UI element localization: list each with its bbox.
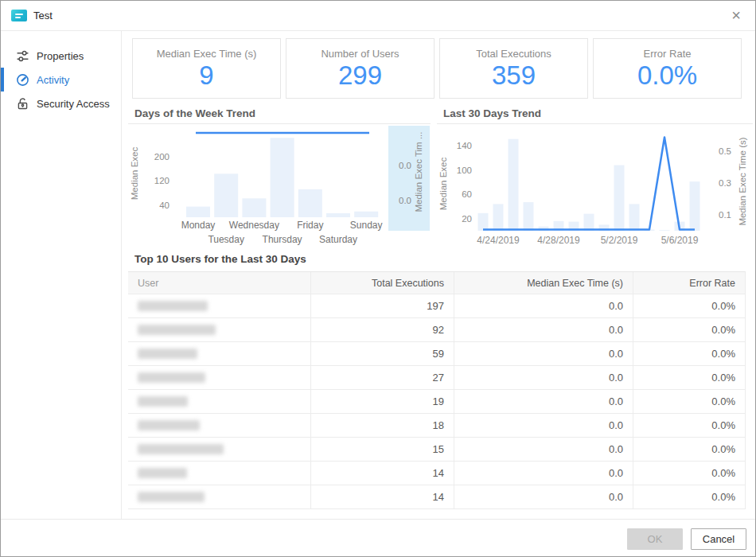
window-title: Test <box>33 10 53 21</box>
median-exec-time-cell: 0.0 <box>454 485 633 508</box>
blurred-username <box>138 492 205 502</box>
svg-text:20: 20 <box>462 214 472 224</box>
column-header: Error Rate <box>633 272 745 294</box>
blurred-username <box>138 325 216 335</box>
close-icon[interactable]: × <box>725 6 747 26</box>
svg-text:Sunday: Sunday <box>350 220 383 231</box>
last-30-days-plot: 2060100140Median Exec4/24/20194/28/20195… <box>437 124 753 251</box>
svg-text:Median Exec Tim ...: Median Exec Tim ... <box>414 132 423 212</box>
median-exec-time-cell: 0.0 <box>454 342 633 365</box>
svg-text:60: 60 <box>462 189 472 199</box>
median-exec-time-cell: 0.0 <box>454 366 633 389</box>
total-executions-cell: 27 <box>311 366 454 389</box>
svg-text:0.0: 0.0 <box>399 196 411 205</box>
svg-text:Thursday: Thursday <box>263 234 302 245</box>
svg-text:140: 140 <box>457 141 472 150</box>
total-executions-cell: 19 <box>311 390 454 413</box>
ok-button[interactable]: OK <box>627 528 683 550</box>
svg-text:Saturday: Saturday <box>319 234 357 245</box>
lock-icon <box>16 97 29 111</box>
svg-text:0.0: 0.0 <box>399 161 411 170</box>
footer-bar: OK Cancel <box>1 519 755 556</box>
days-of-week-chart: Days of the Week Trend 40120200Median Ex… <box>128 107 431 255</box>
error-rate-cell: 0.0% <box>633 414 745 437</box>
titlebar: Test × <box>1 1 755 31</box>
table-row: 190.00.0% <box>128 390 745 414</box>
svg-text:200: 200 <box>154 152 170 162</box>
table-row: 1970.00.0% <box>128 294 745 318</box>
svg-text:Monday: Monday <box>181 220 216 231</box>
sidebar-item-properties[interactable]: Properties <box>1 44 121 68</box>
table-row: 180.00.0% <box>128 414 745 438</box>
svg-text:0.1: 0.1 <box>719 210 731 220</box>
svg-text:Wednesday: Wednesday <box>229 220 279 231</box>
column-header: Total Executions <box>311 272 454 294</box>
column-header: Median Exec Time (s) <box>454 272 633 294</box>
user-cell <box>128 342 311 365</box>
stat-value: 299 <box>286 60 434 91</box>
total-executions-cell: 15 <box>311 438 454 461</box>
chart-title: Days of the Week Trend <box>128 107 431 124</box>
error-rate-cell: 0.0% <box>633 462 745 485</box>
svg-text:Friday: Friday <box>297 220 323 231</box>
total-executions-cell: 18 <box>311 414 454 437</box>
svg-text:Median Exec: Median Exec <box>130 147 139 201</box>
stat-card-total-executions: Total Executions359 <box>439 38 588 99</box>
svg-text:0.3: 0.3 <box>719 178 731 188</box>
table-row: 150.00.0% <box>128 438 745 462</box>
user-cell <box>128 438 311 461</box>
median-exec-time-cell: 0.0 <box>454 390 633 413</box>
stat-label: Number of Users <box>286 48 434 60</box>
blurred-username <box>138 468 187 478</box>
svg-text:Median Exec: Median Exec <box>438 158 448 211</box>
days-of-week-plot: 40120200Median ExecMondayTuesdayWednesda… <box>128 124 431 251</box>
svg-text:40: 40 <box>159 201 170 210</box>
stat-value: 0.0% <box>594 60 741 91</box>
median-exec-time-cell: 0.0 <box>454 294 633 317</box>
stat-label: Total Executions <box>440 48 587 60</box>
last-30-days-chart: Last 30 Days Trend 2060100140Median Exec… <box>437 107 753 255</box>
user-cell <box>128 485 311 508</box>
table-row: 140.00.0% <box>128 485 745 509</box>
svg-text:4/24/2019: 4/24/2019 <box>477 235 520 246</box>
app-icon <box>11 10 27 21</box>
svg-text:120: 120 <box>154 176 170 185</box>
stat-card-error-rate: Error Rate0.0% <box>593 38 742 99</box>
table-row: 140.00.0% <box>128 462 745 485</box>
table-row: 270.00.0% <box>128 366 745 390</box>
error-rate-cell: 0.0% <box>633 342 745 365</box>
user-cell <box>128 462 311 485</box>
median-exec-time-cell: 0.0 <box>454 462 633 485</box>
table-row: 590.00.0% <box>128 342 745 366</box>
chart-title: Last 30 Days Trend <box>437 107 753 124</box>
median-exec-time-cell: 0.0 <box>454 414 633 437</box>
sliders-icon <box>16 49 29 63</box>
sidebar-item-label: Security Access <box>37 98 110 110</box>
user-cell <box>128 390 311 413</box>
user-cell <box>128 414 311 437</box>
blurred-username <box>138 444 224 454</box>
error-rate-cell: 0.0% <box>633 318 745 341</box>
total-executions-cell: 14 <box>311 485 454 508</box>
svg-text:0.5: 0.5 <box>719 146 731 156</box>
stat-card-median-exec-time-s-: Median Exec Time (s)9 <box>132 38 281 99</box>
blurred-username <box>138 396 188 407</box>
stat-cards: Median Exec Time (s)9Number of Users299T… <box>132 38 742 99</box>
sidebar-item-security-access[interactable]: Security Access <box>1 92 121 115</box>
user-cell <box>128 366 311 389</box>
cancel-button[interactable]: Cancel <box>691 528 746 550</box>
user-cell <box>128 318 311 341</box>
main-content: Median Exec Time (s)9Number of Users299T… <box>123 31 754 519</box>
sidebar-item-activity[interactable]: Activity <box>1 68 121 92</box>
top-users-table: UserTotal ExecutionsMedian Exec Time (s)… <box>128 271 746 509</box>
svg-text:5/6/2019: 5/6/2019 <box>661 235 699 246</box>
total-executions-cell: 197 <box>311 294 454 317</box>
gauge-icon <box>16 73 29 87</box>
error-rate-cell: 0.0% <box>633 390 745 413</box>
blurred-username <box>138 349 197 359</box>
table-title: Top 10 Users for the Last 30 Days <box>134 253 306 265</box>
stat-label: Error Rate <box>594 48 741 60</box>
stat-card-number-of-users: Number of Users299 <box>286 38 435 99</box>
table-row: 920.00.0% <box>128 318 745 342</box>
dialog-window: Test × PropertiesActivitySecurity Access… <box>0 0 756 557</box>
